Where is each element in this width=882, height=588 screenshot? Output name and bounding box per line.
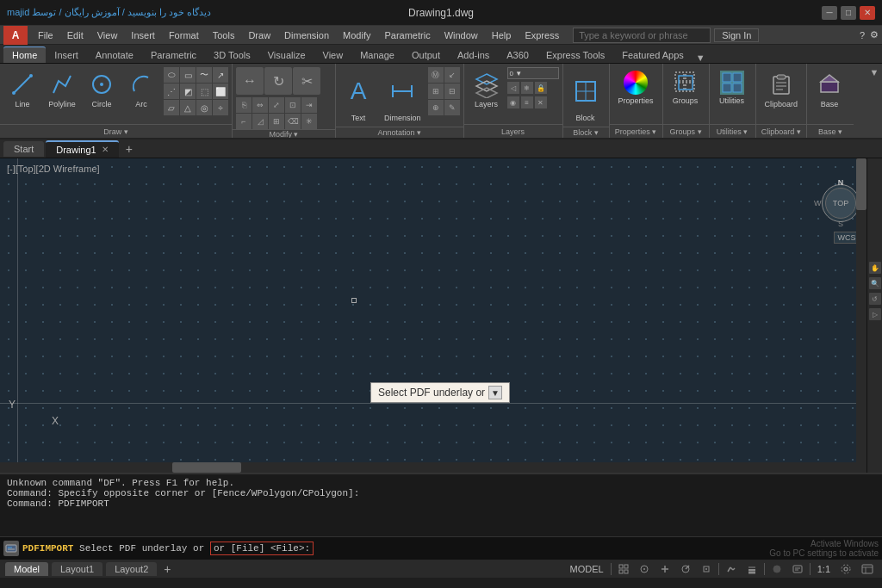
move-button[interactable]: ↔ xyxy=(236,67,264,95)
tab-insert[interactable]: Insert xyxy=(46,47,87,63)
pdf-popup-button[interactable]: ▼ xyxy=(488,386,502,399)
dimension-button[interactable]: Dimension xyxy=(379,67,426,127)
layer-prev-button[interactable]: ◁ xyxy=(507,82,519,94)
menu-insert[interactable]: Insert xyxy=(124,28,162,42)
menu-format[interactable]: Format xyxy=(162,28,206,42)
tab-3d-tools[interactable]: 3D Tools xyxy=(205,47,259,63)
base-button[interactable]: Base xyxy=(811,67,848,113)
groups-button[interactable]: Groups xyxy=(667,67,705,109)
vertical-scrollbar-thumb[interactable] xyxy=(856,158,866,210)
pan-realtime-button[interactable]: ✋ xyxy=(869,262,881,274)
compass-inner[interactable]: TOP xyxy=(825,188,856,219)
rotate-button[interactable]: ↻ xyxy=(264,67,292,95)
divide-button[interactable]: ÷ xyxy=(213,100,228,115)
settings-icon[interactable]: ⚙ xyxy=(870,29,879,40)
snap-toggle[interactable] xyxy=(636,564,653,574)
scale-button[interactable]: ⊡ xyxy=(285,97,301,113)
grid-toggle[interactable] xyxy=(615,564,632,574)
tab-manage[interactable]: Manage xyxy=(351,47,403,63)
menu-modify[interactable]: Modify xyxy=(336,28,377,42)
layer-dropdown[interactable]: 0 ▼ xyxy=(507,67,559,79)
menu-tools[interactable]: Tools xyxy=(206,28,242,42)
menu-dimension[interactable]: Dimension xyxy=(277,28,336,42)
mirror-button[interactable]: ⇔ xyxy=(252,97,268,113)
showmotion-button[interactable]: ▷ xyxy=(869,308,881,320)
block-button[interactable]: Block xyxy=(567,67,605,127)
doc-tab-start[interactable]: Start xyxy=(3,141,44,157)
clipboard-button[interactable]: Clipboard xyxy=(760,67,804,113)
layers-button[interactable]: Layers xyxy=(468,67,506,113)
region-button[interactable]: ⬜ xyxy=(213,84,228,99)
markup-button[interactable]: ✎ xyxy=(444,100,460,115)
hatch-button[interactable]: ⋰ xyxy=(164,84,179,99)
center-mark-button[interactable]: ⊕ xyxy=(428,100,444,115)
stretch-button[interactable]: ⤢ xyxy=(269,97,284,113)
tab-add-ins[interactable]: Add-ins xyxy=(449,47,498,63)
gradient-button[interactable]: ◩ xyxy=(180,84,196,99)
tab-home[interactable]: Home xyxy=(3,46,46,63)
menu-parametric[interactable]: Parametric xyxy=(377,28,437,42)
zoom-button[interactable]: 🔍 xyxy=(869,277,881,289)
ortho-toggle[interactable] xyxy=(656,564,674,574)
close-button[interactable]: ✕ xyxy=(860,6,875,20)
orbit-button[interactable]: ↺ xyxy=(869,293,881,305)
extend-button[interactable]: ⇥ xyxy=(301,97,317,113)
layer-delete-button[interactable]: ✕ xyxy=(535,96,547,108)
tab-visualize[interactable]: Visualize xyxy=(259,47,314,63)
line-button[interactable]: Line xyxy=(3,67,41,113)
menu-file[interactable]: File xyxy=(31,28,60,42)
status-tab-add-button[interactable]: + xyxy=(160,562,174,576)
circle-button[interactable]: Circle xyxy=(83,67,121,113)
sign-in-button[interactable]: Sign In xyxy=(714,28,759,42)
transparency-toggle[interactable] xyxy=(768,564,786,574)
minimize-button[interactable]: ─ xyxy=(822,6,837,20)
leader-button[interactable]: ↙ xyxy=(444,67,460,83)
status-tab-layout2[interactable]: Layout2 xyxy=(106,562,157,576)
tab-view[interactable]: View xyxy=(314,47,352,63)
restore-button[interactable]: □ xyxy=(841,6,856,20)
donut-button[interactable]: ◎ xyxy=(196,100,212,115)
horizontal-scrollbar[interactable] xyxy=(0,462,856,473)
rectangle-button[interactable]: ▭ xyxy=(180,67,196,83)
menu-draw[interactable]: Draw xyxy=(241,28,277,42)
tab-express-tools[interactable]: Express Tools xyxy=(537,47,613,63)
properties-button[interactable]: Properties xyxy=(613,67,659,109)
boundary-button[interactable]: ⬚ xyxy=(196,84,212,99)
trim-button[interactable]: ✂ xyxy=(293,67,320,95)
workspace-switching[interactable] xyxy=(858,564,877,574)
horizontal-scrollbar-thumb[interactable] xyxy=(172,462,241,473)
spline-button[interactable]: 〜 xyxy=(196,67,212,83)
polar-tracking-toggle[interactable] xyxy=(677,564,694,574)
annotation-scale-indicator[interactable]: 1:1 xyxy=(814,564,834,574)
wipeout-button[interactable]: ▱ xyxy=(164,100,179,115)
settings-button[interactable] xyxy=(837,564,854,574)
help-icon[interactable]: ? xyxy=(860,30,865,40)
ray-button[interactable]: ↗ xyxy=(213,67,228,83)
layer-match-button[interactable]: ≡ xyxy=(521,96,533,108)
menu-view[interactable]: View xyxy=(90,28,125,42)
table-button[interactable]: ⊟ xyxy=(444,84,460,99)
text-button[interactable]: A Text xyxy=(339,67,377,127)
drawing1-close-icon[interactable]: ✕ xyxy=(102,145,109,154)
dynamic-input-toggle[interactable] xyxy=(723,564,740,574)
array-button[interactable]: ⊞ xyxy=(269,114,284,129)
3dpoly-button[interactable]: △ xyxy=(180,100,196,115)
explode-button[interactable]: ✳ xyxy=(301,114,317,129)
osnap-toggle[interactable] xyxy=(698,564,715,574)
layer-freeze-button[interactable]: ❄ xyxy=(521,82,533,94)
erase-button[interactable]: ⌫ xyxy=(285,114,301,129)
keyword-search-input[interactable] xyxy=(573,28,711,43)
utilities-button[interactable]: Utilities xyxy=(713,67,751,109)
polyline-button[interactable]: Polyline xyxy=(43,67,81,113)
status-tab-layout1[interactable]: Layout1 xyxy=(52,562,102,576)
doc-tab-drawing1[interactable]: Drawing1 ✕ xyxy=(46,140,118,158)
menu-edit[interactable]: Edit xyxy=(60,28,90,42)
mtext-button[interactable]: Ⓜ xyxy=(428,67,444,83)
layer-isolate-button[interactable]: ◉ xyxy=(507,96,519,108)
status-tab-model[interactable]: Model xyxy=(5,562,48,576)
ellipse-button[interactable]: ⬭ xyxy=(164,67,179,83)
tab-a360[interactable]: A360 xyxy=(498,47,537,63)
tab-featured-apps[interactable]: Featured Apps xyxy=(613,47,693,63)
lineweight-toggle[interactable] xyxy=(743,564,761,574)
fillet-button[interactable]: ⌐ xyxy=(236,114,252,129)
